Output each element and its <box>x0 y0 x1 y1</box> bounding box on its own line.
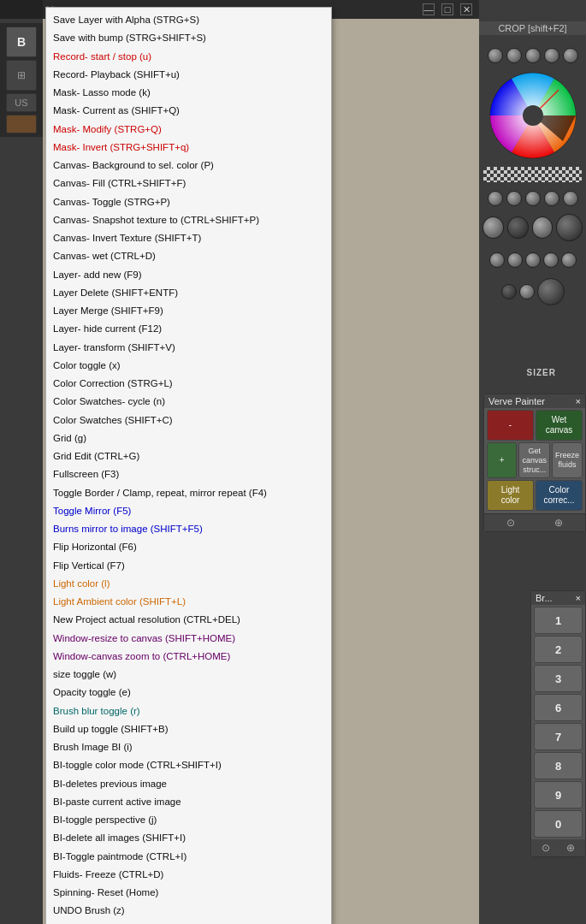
menu-item-10[interactable]: Canvas- Toggle (STRG+P) <box>46 193 331 211</box>
menu-item-38[interactable]: Brush blur toggle (r) <box>46 702 331 720</box>
brush-btn-9[interactable]: 9 <box>534 781 583 808</box>
menu-item-18[interactable]: Layer- transform (SHIFT+V) <box>46 339 331 357</box>
knob-1[interactable] <box>488 48 503 63</box>
menu-item-36[interactable]: size toggle (w) <box>46 666 331 684</box>
knob-d[interactable] <box>544 191 559 206</box>
menu-item-15[interactable]: Layer Delete (SHIFT+ENTF) <box>46 284 331 302</box>
large-knob-2[interactable] <box>507 216 529 239</box>
menu-item-11[interactable]: Canvas- Snapshot texture to (CTRL+SHIFT+… <box>46 211 331 229</box>
menu-item-9[interactable]: Canvas- Fill (CTRL+SHIFT+F) <box>46 175 331 192</box>
knob-row3-4[interactable] <box>543 252 559 268</box>
menu-item-7[interactable]: Mask- Invert (STRG+SHIFT+q) <box>46 139 331 157</box>
knob-row3-5[interactable] <box>561 252 577 268</box>
menu-item-44[interactable]: BI-toggle perspective (j) <box>46 811 331 829</box>
knob-c[interactable] <box>525 191 541 206</box>
brush-btn-6[interactable]: 6 <box>534 694 583 721</box>
color-correction-button[interactable]: Colorcorrec... <box>536 480 583 511</box>
menu-item-17[interactable]: Layer- hide current (F12) <box>46 320 331 338</box>
menu-item-31[interactable]: Light color (l) <box>46 575 331 593</box>
menu-item-14[interactable]: Layer- add new (F9) <box>46 266 331 284</box>
brush-tool[interactable]: B <box>6 27 37 57</box>
menu-item-39[interactable]: Build up toggle (SHIFT+B) <box>46 720 331 738</box>
verve-painter-close[interactable]: × <box>576 396 581 406</box>
menu-item-43[interactable]: BI-paste current active image <box>46 793 331 811</box>
menu-item-12[interactable]: Canvas- Invert Texture (SHIFT+T) <box>46 229 331 247</box>
minimize-button[interactable]: — <box>423 3 435 15</box>
large-knob-4[interactable] <box>556 214 583 241</box>
menu-item-3[interactable]: Record- Playback (SHIFT+u) <box>46 66 331 84</box>
menu-item-32[interactable]: Light Ambient color (SHIFT+L) <box>46 593 331 611</box>
menu-item-46[interactable]: BI-Toggle paintmode (CTRL+I) <box>46 848 331 866</box>
maximize-button[interactable]: □ <box>441 3 453 15</box>
menu-item-24[interactable]: Grid Edit (CTRL+G) <box>46 447 331 465</box>
knob-2[interactable] <box>506 48 522 63</box>
menu-item-1[interactable]: Save with bump (STRG+SHIFT+S) <box>46 29 331 47</box>
menu-item-47[interactable]: Fluids- Freeze (CTRL+D) <box>46 866 331 884</box>
tool-2[interactable]: ⊞ <box>6 60 37 91</box>
menu-item-23[interactable]: Grid (g) <box>46 429 331 447</box>
panel-icon-2[interactable]: ⊕ <box>554 517 563 529</box>
menu-item-45[interactable]: BI-delete all images (SHIFT+I) <box>46 829 331 847</box>
brush-btn-7[interactable]: 7 <box>534 723 583 750</box>
minus-button[interactable]: - <box>487 410 534 441</box>
menu-item-0[interactable]: Save Layer with Alpha (STRG+S) <box>46 11 331 29</box>
brush-btn-8[interactable]: 8 <box>534 752 583 779</box>
menu-item-37[interactable]: Opacity toggle (e) <box>46 684 331 702</box>
brush-panel-icon-2[interactable]: ⊕ <box>566 842 575 854</box>
knob-row3-3[interactable] <box>525 252 541 268</box>
brush-btn-1[interactable]: 1 <box>534 607 583 634</box>
knob-3[interactable] <box>525 48 541 63</box>
large-knob-1[interactable] <box>482 216 504 239</box>
knob-a[interactable] <box>488 191 503 206</box>
menu-item-20[interactable]: Color Correction (STRG+L) <box>46 375 331 393</box>
menu-item-35[interactable]: Window-canvas zoom to (CTRL+HOME) <box>46 648 331 666</box>
tool-3[interactable]: US <box>6 93 37 112</box>
menu-item-49[interactable]: UNDO Brush (z) <box>46 902 331 920</box>
menu-item-21[interactable]: Color Swatches- cycle (n) <box>46 393 331 411</box>
close-button[interactable]: ✕ <box>460 3 472 15</box>
menu-item-34[interactable]: Window-resize to canvas (SHIFT+HOME) <box>46 630 331 648</box>
color-swatch[interactable] <box>6 115 37 133</box>
brush-btn-0[interactable]: 0 <box>534 810 583 838</box>
menu-item-13[interactable]: Canvas- wet (CTRL+D) <box>46 247 331 265</box>
knob-row3-1[interactable] <box>489 252 505 268</box>
freeze-fluids-button[interactable]: Freezefluids <box>552 442 583 478</box>
menu-item-42[interactable]: BI-deletes previous image <box>46 775 331 793</box>
wet-canvas-button[interactable]: Wetcanvas <box>536 410 583 441</box>
knob-row4-2[interactable] <box>519 284 535 299</box>
brush-btn-2[interactable]: 2 <box>534 636 583 663</box>
menu-item-6[interactable]: Mask- Modify (STRG+Q) <box>46 121 331 139</box>
brush-btn-3[interactable]: 3 <box>534 665 583 692</box>
menu-item-19[interactable]: Color toggle (x) <box>46 357 331 375</box>
brush-panel-close[interactable]: × <box>576 593 581 603</box>
menu-item-33[interactable]: New Project actual resolution (CTRL+DEL) <box>46 611 331 629</box>
menu-item-8[interactable]: Canvas- Background to sel. color (P) <box>46 157 331 175</box>
plus-button[interactable]: + <box>487 442 517 478</box>
knob-row4-3[interactable] <box>537 278 565 305</box>
menu-item-48[interactable]: Spinning- Reset (Home) <box>46 884 331 902</box>
menu-item-41[interactable]: BI-toggle color mode (CTRL+SHIFT+I) <box>46 756 331 774</box>
light-color-button[interactable]: Lightcolor <box>487 480 534 511</box>
menu-item-29[interactable]: Flip Horizontal (F6) <box>46 538 331 556</box>
menu-item-40[interactable]: Brush Image BI (i) <box>46 738 331 756</box>
get-canvas-button[interactable]: Getcanvasstruc... <box>518 442 550 478</box>
knob-row3-2[interactable] <box>507 252 523 268</box>
menu-item-5[interactable]: Mask- Current as (SHIFT+Q) <box>46 102 331 120</box>
brush-panel-icon-1[interactable]: ⊙ <box>542 842 550 854</box>
knob-5[interactable] <box>563 48 578 63</box>
menu-item-4[interactable]: Mask- Lasso mode (k) <box>46 84 331 102</box>
menu-item-26[interactable]: Toggle Border / Clamp, repeat, mirror re… <box>46 484 331 502</box>
knob-b[interactable] <box>506 191 522 206</box>
menu-item-16[interactable]: Layer Merge (SHIFT+F9) <box>46 302 331 320</box>
menu-item-27[interactable]: Toggle Mirror (F5) <box>46 502 331 520</box>
knob-4[interactable] <box>544 48 559 63</box>
menu-item-28[interactable]: Burns mirror to image (SHIFT+F5) <box>46 520 331 538</box>
menu-item-2[interactable]: Record- start / stop (u) <box>46 48 331 66</box>
menu-item-25[interactable]: Fullscreen (F3) <box>46 465 331 483</box>
panel-icon-1[interactable]: ⊙ <box>506 517 515 529</box>
large-knob-3[interactable] <box>532 216 553 239</box>
menu-item-22[interactable]: Color Swatches (SHIFT+C) <box>46 412 331 429</box>
knob-row4-1[interactable] <box>501 284 517 299</box>
menu-item-30[interactable]: Flip Vertical (F7) <box>46 557 331 575</box>
knob-e[interactable] <box>563 191 578 206</box>
